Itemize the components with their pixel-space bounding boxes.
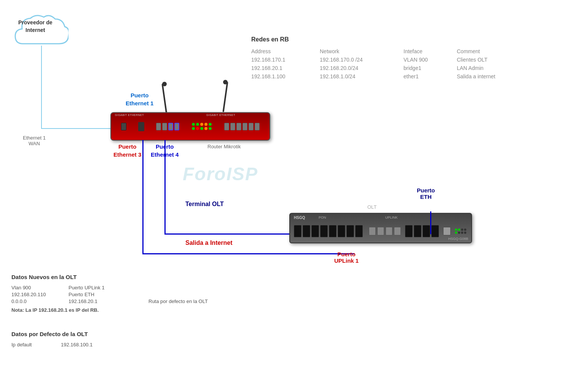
olt-model: HSGQ-G08B (448, 237, 468, 241)
olt-device: HSGQ PON UPLINK (289, 213, 472, 243)
datos-nuevos-note: Nota: La IP 192.168.20.1 es IP del RB. (11, 307, 221, 313)
row1-interface: VLAN 900 (404, 56, 457, 63)
usb-port (121, 123, 126, 130)
datos-row1-col1: Vlan 900 (11, 285, 65, 290)
pon-label: PON (319, 216, 326, 219)
row3-comment: Salida a internet (457, 73, 533, 80)
datos-row2-col3 (148, 292, 221, 297)
antenna-ball-left (162, 82, 167, 86)
olt-sfp-ports (294, 225, 363, 237)
antenna-left (161, 84, 167, 114)
row2-network: 192.168.20.0/24 (320, 64, 404, 72)
salida-internet-label: Salida a Internet (185, 240, 233, 246)
uplink-label: UPLINK (385, 216, 398, 219)
sfp-port (138, 122, 144, 131)
datos-row3-col3: Ruta por defecto en la OLT (148, 298, 221, 304)
cable-eth3-horizontal (142, 253, 354, 254)
olt-leds (455, 229, 466, 234)
puerto-uplink1-label: PuertoUPLink 1 (334, 251, 359, 264)
datos-defecto-section: Datos por Defecto de la OLT Ip default 1… (11, 331, 129, 348)
olt-eth-mgmt (443, 227, 451, 235)
watermark: ForoISP (183, 163, 258, 184)
puerto-ethernet1-label: PuertoEthernet 1 (126, 91, 153, 107)
router-mikrotik: GIGABIT ETHERNET GIGABIT ETHERNET (110, 112, 270, 141)
cloud-label: Proveedor deInternet (18, 19, 52, 34)
cable-olt-eth-vertical (430, 211, 431, 234)
datos-row2-col2: Puerto ETH (69, 292, 145, 297)
eth-ports-group1 (156, 123, 179, 130)
hsgq-brand: HSGQ (294, 216, 305, 220)
antenna-ball-right (223, 80, 228, 84)
cable-eth3-vertical (142, 140, 144, 254)
row2-interface: bridge1 (404, 64, 457, 72)
datos-row1-col2: Puerto UPLink 1 (69, 285, 145, 290)
col-header-inteface: Inteface (404, 48, 457, 55)
isp-line-vertical (41, 46, 42, 129)
datos-row1-col3 (148, 285, 221, 290)
row2-address: 192.168.20.1 (251, 64, 320, 72)
olt-rj45-ports (369, 227, 401, 235)
datos-row3-col1: 0.0.0.0 (11, 298, 65, 304)
datos-defecto-grid: Ip default 192.168.100.1 (11, 342, 129, 348)
col-header-network: Network (320, 48, 404, 55)
row1-network: 192.168.170.0 /24 (320, 56, 404, 63)
terminal-olt-label: Terminal OLT (185, 201, 224, 208)
datos-nuevos-section: Datos Nuevos en la OLT Vlan 900 Puerto U… (11, 274, 221, 313)
row3-network: 192.168.1.0/24 (320, 73, 404, 80)
row3-address: 192.168.1.100 (251, 73, 320, 80)
row2-comment: LAN Admin (457, 64, 533, 72)
olt-gpon-ports (405, 225, 439, 237)
antenna-right (222, 82, 228, 112)
led-array (191, 122, 212, 131)
row1-comment: Clientes OLT (457, 56, 533, 63)
puerto-eth-label: PuertoETH (417, 187, 435, 200)
puerto-ethernet3-label: PuertoEthernet 3 (113, 143, 141, 159)
row1-address: 192.168.170.1 (251, 56, 320, 63)
defecto-row1-col2: 192.168.100.1 (61, 342, 129, 348)
redes-rb-title: Redes en RB (251, 36, 563, 43)
defecto-row1-col1: Ip default (11, 342, 57, 348)
datos-nuevos-grid: Vlan 900 Puerto UPLink 1 192.168.20.110 … (11, 285, 221, 304)
eth1-wan-label: Ethernet 1WAN (23, 135, 46, 146)
cable-eth4-vertical (164, 140, 166, 234)
col-header-address: Address (251, 48, 320, 55)
router-mikrotik-label: Router Mikrotik (207, 144, 241, 149)
olt-top-label: OLT (367, 204, 376, 210)
datos-row2-col1: 192.168.20.110 (11, 292, 65, 297)
col-header-comment: Comment (457, 48, 533, 55)
redes-rb-table: Address Network Inteface Comment 192.168… (251, 48, 563, 80)
isp-line-horizontal (41, 128, 112, 129)
datos-row3-col2: 192.168.20.1 (69, 298, 145, 304)
row3-interface: ether1 (404, 73, 457, 80)
redes-rb-section: Redes en RB Address Network Inteface Com… (251, 36, 563, 80)
eth-ports-group2 (224, 123, 260, 130)
datos-defecto-title: Datos por Defecto de la OLT (11, 331, 129, 337)
datos-nuevos-title: Datos Nuevos en la OLT (11, 274, 221, 280)
